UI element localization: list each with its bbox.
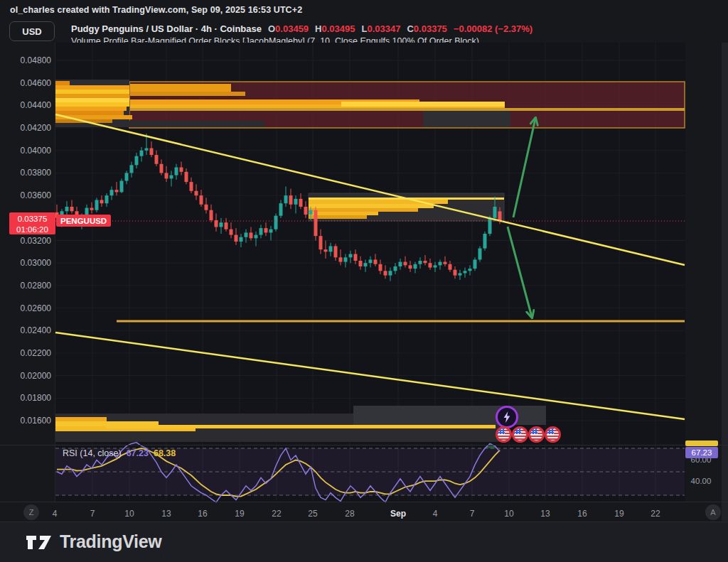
price-tick-label: 0.03000: [0, 258, 51, 268]
time-tick-label: 7: [90, 509, 95, 519]
time-tick-label: 10: [124, 509, 134, 519]
bolt-icon: [503, 411, 511, 423]
chart-canvas[interactable]: [55, 43, 685, 502]
price-tick-label: 0.01800: [0, 393, 51, 403]
price-tick-label: 0.02800: [0, 281, 51, 291]
lightning-sticker-icon: [496, 406, 518, 428]
symbol-header[interactable]: Pudgy Penguins / US Dollar · 4h · Coinba…: [71, 23, 532, 34]
attribution-text: ol_charles created with TradingView.com,…: [10, 5, 302, 15]
pane-separator[interactable]: [0, 445, 728, 445]
price-tick-label: 0.04000: [0, 146, 51, 156]
bar-countdown: 01:06:20: [9, 225, 55, 235]
tradingview-logo-icon[interactable]: [26, 534, 53, 551]
ohlc-high-value: 0.03495: [322, 23, 355, 34]
rsi-value: 67.23: [127, 448, 149, 458]
symbol-title[interactable]: Pudgy Penguins / US Dollar · 4h · Coinba…: [71, 23, 262, 34]
time-tick-label: 13: [161, 509, 171, 519]
tradingview-wordmark[interactable]: TradingView: [60, 531, 162, 552]
us-flag-sticker-icon: [512, 426, 528, 443]
price-axis[interactable]: 0.048000.046000.044000.042000.040000.038…: [0, 43, 55, 502]
time-tick-label: 16: [577, 509, 587, 519]
ohlc-close-label: C: [407, 23, 413, 34]
price-tick-label: 0.04200: [0, 123, 51, 133]
price-tick-label: 0.02000: [0, 371, 51, 381]
time-tick-label: Sep: [390, 509, 406, 519]
footer: TradingView: [0, 522, 728, 562]
timeaxis-separator: [0, 502, 728, 502]
price-tick-label: 0.03800: [0, 168, 51, 178]
ohlc-low-value: 0.03347: [367, 23, 400, 34]
time-tick-label: 7: [470, 509, 475, 519]
time-tick-label: 25: [308, 509, 317, 519]
time-tick-label: 10: [504, 509, 513, 519]
price-tick-label: 0.04800: [0, 55, 51, 65]
rsi-scale-label: 40.00: [685, 477, 717, 485]
price-axis-separator: [55, 43, 55, 502]
us-flag-sticker-icon: [545, 426, 561, 443]
time-tick-label: 22: [651, 509, 660, 519]
ohlc-high-label: H: [315, 23, 321, 34]
rsi-value-badge: 67.23: [685, 447, 718, 458]
us-flag-sticker-icon: [528, 426, 545, 443]
last-price-badge: 0.03375 01:06:20: [9, 212, 55, 234]
time-tick-label: 13: [540, 509, 550, 519]
price-tick-label: 0.02400: [0, 325, 51, 335]
price-tick-label: 0.02200: [0, 348, 51, 358]
time-tick-label: 28: [345, 509, 354, 519]
us-flag-sticker-icon: [496, 426, 512, 443]
time-tick-label: 22: [272, 509, 281, 519]
ohlc-open-value: 0.03459: [275, 23, 309, 34]
ohlc-open-label: O: [268, 23, 275, 34]
rsi-ma-value: 68.38: [154, 448, 176, 458]
currency-toggle-button[interactable]: USD: [9, 21, 55, 41]
price-tick-label: 0.04600: [0, 78, 51, 88]
price-change: −0.00082 (−2.37%): [454, 23, 532, 34]
time-tick-label: 19: [614, 509, 623, 519]
timezone-button[interactable]: Z: [23, 504, 39, 520]
price-tick-label: 0.04400: [0, 100, 51, 110]
ohlc-close-value: 0.03375: [414, 23, 447, 34]
time-tick-label: 4: [53, 509, 58, 519]
price-tick-label: 0.02600: [0, 303, 51, 313]
price-tick-label: 0.01600: [0, 416, 51, 426]
time-axis[interactable]: Z A 4710131619222528Sep471013161922: [0, 502, 728, 522]
adjust-button[interactable]: A: [705, 504, 721, 520]
rsi-legend[interactable]: RSI (14, close)67.2368.38: [63, 448, 176, 458]
price-tick-label: 0.03200: [0, 236, 51, 246]
price-tick-label: 0.03600: [0, 190, 51, 200]
last-price-value: 0.03375: [9, 214, 55, 225]
time-tick-label: 16: [198, 509, 207, 519]
time-tick-label: 19: [235, 509, 244, 519]
time-tick-label: 4: [433, 509, 438, 519]
tradingview-chart-window: ol_charles created with TradingView.com,…: [0, 0, 728, 562]
rsi-ma-badge: [685, 441, 718, 446]
right-edge-strip: [722, 43, 728, 521]
symbol-price-label: PENGUUSD: [56, 215, 111, 227]
rsi-label[interactable]: RSI (14, close): [63, 448, 122, 458]
